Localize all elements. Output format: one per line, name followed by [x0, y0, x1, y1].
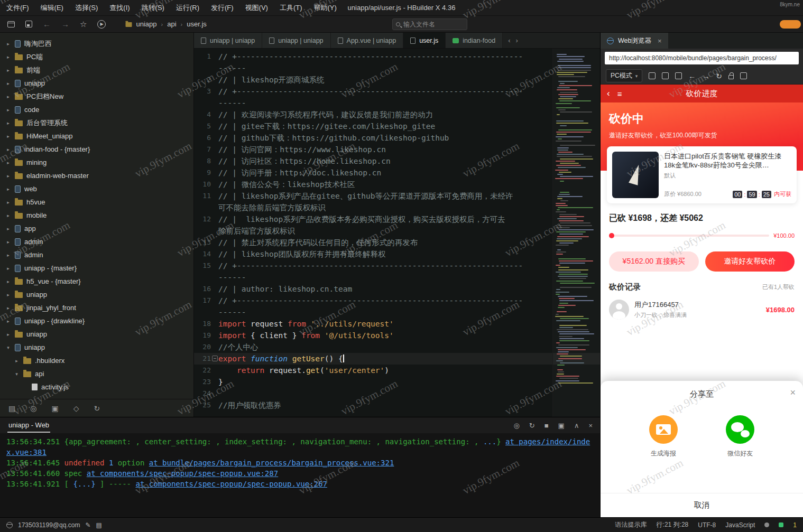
code-line[interactable]: 11// | likeshop系列产品在gitee、github等公开渠道开源版… [194, 190, 600, 202]
code-line[interactable]: 20//个人中心 [194, 341, 600, 353]
tree-item[interactable]: ▸HiMeet_uniapp [0, 129, 193, 143]
debug-console-icon[interactable]: ◎ [513, 422, 519, 430]
console-link[interactable]: at components/spec-popup/spec-popup.vue:… [135, 480, 327, 488]
code-line[interactable]: 4// | 欢迎阅读学习系统程序代码，建议反馈是我们前进的动力 [194, 109, 600, 120]
code-line[interactable]: 22 return request.get('user/center') [194, 365, 600, 376]
nav-menu-icon[interactable]: ≡ [617, 89, 622, 98]
editor-tab[interactable]: uniapp | uniapp [262, 33, 330, 48]
console-tab[interactable]: uniapp - Web [7, 418, 50, 433]
code-line[interactable]: 21−export function getUser() { [194, 353, 600, 365]
tree-item[interactable]: ▸indian-food - {master} [0, 143, 193, 156]
close-icon[interactable]: × [790, 387, 796, 398]
editor-tab[interactable]: uniapp | uniapp [194, 33, 262, 48]
code-line[interactable]: ------ [194, 62, 600, 74]
restart-icon[interactable]: ↻ [529, 422, 535, 430]
language-mode[interactable]: JavaScript [725, 521, 755, 529]
open-external-icon[interactable] [649, 72, 656, 79]
product-card[interactable]: 日本进口pilot百乐贵客钢笔 硬橡胶生漆18k金笔fkv-88sr莳绘30号金… [607, 146, 797, 203]
code-line[interactable]: 除前后端官方版权标识 [194, 225, 600, 237]
buy-now-button[interactable]: ¥5162.00 直接购买 [609, 251, 699, 272]
tree-item[interactable]: ▸PC归档New [0, 90, 193, 103]
breadcrumb-item[interactable]: api [167, 20, 176, 28]
editor-tab[interactable]: indian-food [446, 33, 503, 48]
menu-item[interactable]: 编辑(E) [41, 3, 63, 13]
log-icon[interactable]: ▤ [96, 521, 101, 529]
tree-item[interactable]: ▸jinpai_yhyl_front [0, 301, 193, 314]
menu-item[interactable]: 视图(V) [245, 3, 268, 13]
menu-item[interactable]: 帮助(Y) [314, 3, 337, 13]
code-line[interactable]: 13// | 禁止对系统程序代码以任何目的，任何形式的再发布 [194, 237, 600, 248]
console-link[interactable]: at components/spec-popup/spec-popup.vue:… [87, 469, 278, 478]
breadcrumb-item[interactable]: user.js [187, 20, 207, 28]
close-tab-icon[interactable]: × [658, 37, 662, 45]
tree-item[interactable]: ▸uniapp - {master} [0, 262, 193, 275]
git-icon[interactable]: ◇ [73, 404, 79, 413]
qr-grid-icon[interactable] [740, 72, 747, 79]
code-line[interactable]: 2// | likeshop开源商城系统 [194, 74, 600, 86]
share-option-poster[interactable]: 生成海报 [649, 415, 678, 458]
tree-item[interactable]: ▸PC端 [0, 50, 193, 63]
menu-item[interactable]: 运行(R) [176, 3, 199, 13]
screenshot-icon[interactable]: ▣ [558, 422, 565, 430]
url-input[interactable] [605, 52, 799, 64]
invite-friends-button[interactable]: 邀请好友帮砍价 [705, 251, 795, 272]
tree-item[interactable]: ▸前端 [0, 63, 193, 77]
tree-item[interactable]: ▸mobile [0, 209, 193, 222]
tree-item[interactable]: ▾api [0, 367, 193, 380]
code-line[interactable]: ------ [194, 97, 600, 109]
browser-back-icon[interactable]: ← [688, 72, 696, 80]
page-info-icon[interactable] [675, 72, 682, 79]
menu-item[interactable]: 文件(F) [6, 3, 29, 13]
scroll-right-icon[interactable]: › [516, 36, 518, 44]
refresh-icon[interactable]: ↻ [716, 72, 722, 80]
menu-item[interactable]: 选择(S) [75, 3, 98, 13]
cancel-button[interactable]: 取消 [601, 493, 803, 517]
tree-item[interactable]: ▸eladmin-web-master [0, 169, 193, 182]
code-line[interactable]: 15// +----------------------------------… [194, 260, 600, 272]
tree-item[interactable]: ▸admin [0, 248, 193, 262]
code-line[interactable]: 25//用户领取优惠券 [194, 399, 600, 411]
device-mode-select[interactable]: PC模式 ▾ [606, 69, 642, 82]
back-icon[interactable]: ← [43, 20, 51, 28]
tree-item[interactable]: ▸.hbuilderx [0, 354, 193, 367]
encoding[interactable]: UTF-8 [698, 521, 716, 529]
code-editor[interactable]: 1// +-----------------------------------… [194, 49, 600, 417]
tree-item[interactable]: ▸uniapp [0, 77, 193, 90]
code-line[interactable]: 3// +-----------------------------------… [194, 86, 600, 97]
console-link[interactable]: at bundle/pages/bargain_process/bargain_… [149, 459, 394, 467]
code-line[interactable]: 5// | gitee下载：https://gitee.com/likeshop… [194, 120, 600, 132]
code-line[interactable]: 16// | author: likeshop.cn.team [194, 283, 600, 295]
code-line[interactable]: 24 [194, 388, 600, 399]
cursor-position[interactable]: 行:21 列:28 [657, 520, 689, 529]
code-line[interactable]: 17// +----------------------------------… [194, 295, 600, 306]
share-option-wechat[interactable]: 微信好友 [726, 415, 754, 458]
code-line[interactable]: 9// | 访问手册：http://doc.likeshop.cn [194, 167, 600, 179]
breadcrumb-item[interactable]: uniapp [125, 20, 156, 28]
code-line[interactable]: 8// | 访问社区：https://home.likeshop.cn [194, 155, 600, 167]
file-search[interactable] [392, 18, 467, 30]
code-line[interactable]: 6// | github下载：https://github.com/likesh… [194, 132, 600, 144]
tree-item[interactable]: ▸uniapp [0, 288, 193, 301]
contacts-icon[interactable]: ◎ [30, 404, 36, 413]
preview-window-icon[interactable] [7, 21, 15, 27]
save-icon[interactable] [25, 21, 32, 27]
minimap[interactable] [552, 49, 600, 417]
code-line[interactable]: 19import { client } from '@/utils/tools' [194, 330, 600, 341]
code-line[interactable]: 1// +-----------------------------------… [194, 51, 600, 62]
browser-forward-icon[interactable]: → [702, 72, 709, 80]
code-line[interactable]: ------ [194, 272, 600, 283]
menu-item[interactable]: 发行(F) [211, 3, 234, 13]
tree-item[interactable]: ▸uniapp - {drawkline} [0, 314, 193, 328]
editor-tab[interactable]: user.js [403, 33, 446, 48]
nav-back-icon[interactable]: ‹ [607, 88, 610, 99]
tree-item[interactable]: activity.js [0, 380, 193, 394]
debug-icon[interactable]: ▣ [51, 404, 58, 413]
edit-icon[interactable]: ✎ [85, 521, 90, 529]
collapse-icon[interactable]: ∧ [574, 422, 579, 430]
browser-tab[interactable]: Web浏览器 × [601, 33, 668, 49]
sync-icon[interactable]: ↻ [94, 404, 100, 413]
account-email[interactable]: 1735031199@qq.com [18, 521, 80, 529]
forward-icon[interactable]: → [61, 20, 69, 28]
code-line[interactable]: 可不能去除前后端官方版权标识 [194, 202, 600, 213]
code-line[interactable]: 12// | likeshop系列产品收费版本务必购买商业授权，购买去版权授权后… [194, 213, 600, 225]
